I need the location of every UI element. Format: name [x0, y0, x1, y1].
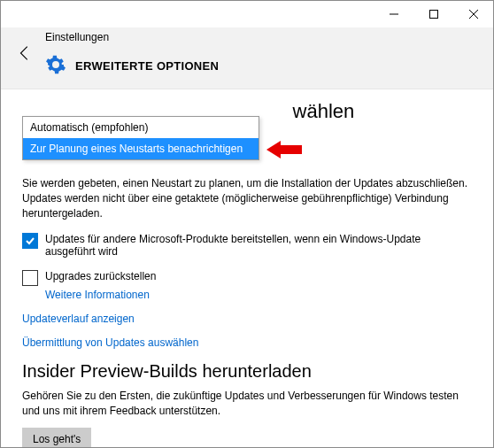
checkbox-icon: [22, 233, 38, 249]
svg-rect-1: [429, 11, 437, 19]
close-button[interactable]: [453, 1, 493, 27]
settings-window: Einstellungen ERWEITERTE OPTIONEN wählen…: [0, 0, 494, 448]
svg-marker-4: [266, 141, 302, 158]
header: Einstellungen ERWEITERTE OPTIONEN: [1, 27, 493, 89]
update-history-link[interactable]: Updateverlauf anzeigen: [22, 313, 135, 325]
titlebar: [1, 1, 493, 27]
maximize-button[interactable]: [413, 1, 453, 27]
content: wählen Automatisch (empfohlen) Zur Planu…: [1, 89, 493, 447]
description-text: Sie werden gebeten, einen Neustart zu pl…: [22, 176, 472, 220]
checkbox-label: Updates für andere Microsoft-Produkte be…: [45, 233, 472, 258]
dropdown-option-notify-restart[interactable]: Zur Planung eines Neustarts benachrichti…: [23, 138, 259, 159]
checkbox-icon: [22, 270, 38, 286]
install-method-dropdown[interactable]: Automatisch (empfohlen) Zur Planung eine…: [22, 116, 259, 160]
gear-icon: [45, 54, 66, 78]
more-info-link[interactable]: Weitere Informationen: [45, 289, 150, 301]
delivery-optimization-link[interactable]: Übermittlung von Updates auswählen: [22, 336, 198, 349]
header-title-area: Einstellungen ERWEITERTE OPTIONEN: [45, 31, 219, 78]
checkbox-defer-upgrades[interactable]: Upgrades zurückstellen: [22, 270, 472, 286]
annotation-arrow-icon: [266, 139, 302, 163]
checkbox-label: Upgrades zurückstellen: [45, 270, 156, 282]
window-controls: [374, 1, 493, 27]
insider-heading: Insider Preview-Builds herunterladen: [22, 361, 472, 382]
page-title: ERWEITERTE OPTIONEN: [75, 59, 219, 73]
dropdown-option-automatic[interactable]: Automatisch (empfohlen): [23, 117, 259, 138]
insider-description: Gehören Sie zu den Ersten, die zukünftig…: [22, 389, 472, 419]
checkbox-other-products[interactable]: Updates für andere Microsoft-Produkte be…: [22, 233, 472, 258]
insider-go-button[interactable]: Los geht's: [22, 428, 91, 447]
app-name: Einstellungen: [45, 31, 219, 43]
minimize-button[interactable]: [374, 1, 413, 27]
back-button[interactable]: [15, 43, 35, 66]
